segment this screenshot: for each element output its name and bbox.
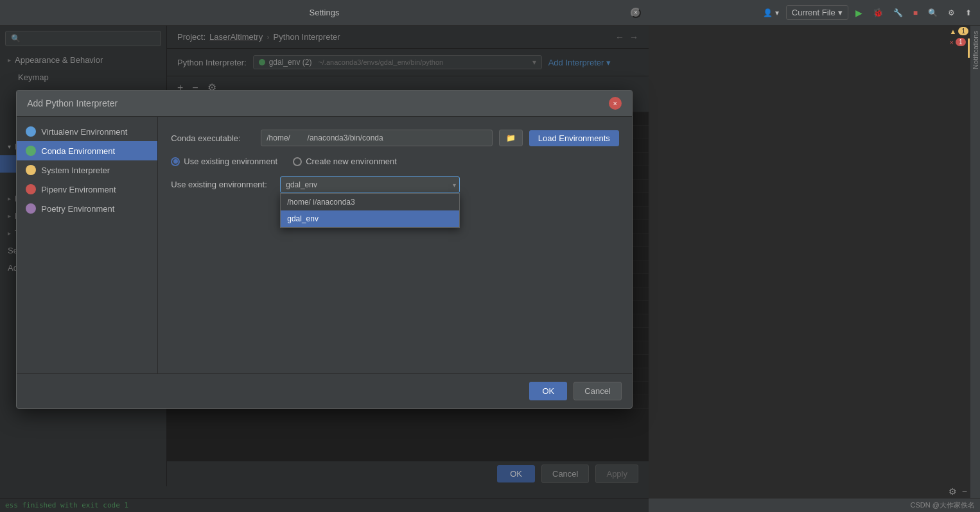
sidebar-item-poetry[interactable]: Poetry Environment: [17, 199, 157, 218]
env-select-label: Use existing environment:: [171, 176, 274, 189]
settings-title: Settings: [310, 8, 340, 17]
profile-btn[interactable]: 🔧: [890, 6, 906, 19]
current-file-label: Current File: [792, 8, 836, 17]
debug-btn[interactable]: 🐞: [870, 6, 886, 19]
run-btn[interactable]: ▶: [852, 6, 866, 20]
env-select-value: gdal_env: [286, 180, 317, 189]
stop-btn[interactable]: ■: [910, 6, 921, 19]
sidebar-item-label: Poetry Environment: [41, 204, 114, 214]
env-dropdown: /home/ i/anaconda3 gdal_env: [280, 193, 460, 228]
modal-cancel-btn[interactable]: Cancel: [573, 382, 621, 400]
use-existing-radio-circle: [171, 157, 180, 166]
sidebar-item-pipenv[interactable]: Pipenv Environment: [17, 180, 157, 199]
conda-icon: [26, 146, 36, 156]
sidebar-item-conda[interactable]: Conda Environment: [17, 141, 157, 160]
sidebar-item-label: Conda Environment: [41, 146, 115, 156]
env-dropdown-item-gdal[interactable]: gdal_env: [281, 210, 459, 227]
modal-overlay: Add Python Interpreter × Virtualenv Envi…: [0, 26, 649, 512]
notifications-label[interactable]: Notifications: [972, 31, 979, 69]
status-watermark: CSDN @大作家佚名: [911, 500, 975, 510]
modal-content: Conda executable: 📁 Load Environments Us…: [158, 117, 632, 373]
settings-gear-icon[interactable]: ⚙: [949, 486, 957, 497]
browse-btn[interactable]: 📁: [499, 130, 523, 146]
warning-badge: ▲1: [950, 27, 968, 35]
sidebar-item-system[interactable]: System Interpreter: [17, 160, 157, 180]
user-profile-btn[interactable]: 👤 ▾: [760, 6, 782, 19]
notifications-panel: Notifications: [970, 26, 980, 512]
settings-titlebar: Settings ×: [0, 0, 649, 26]
modal-header: Add Python Interpreter ×: [17, 90, 632, 117]
modal-body: Virtualenv Environment Conda Environment…: [17, 117, 632, 373]
error-badge: ×1: [950, 38, 968, 46]
conda-exec-label: Conda executable:: [171, 133, 254, 143]
search-btn[interactable]: 🔍: [925, 6, 941, 19]
system-icon: [26, 165, 36, 175]
modal-footer: OK Cancel: [17, 373, 632, 408]
gear-btn[interactable]: ⚙: [945, 6, 958, 19]
current-file-dropdown-icon: ▾: [838, 8, 843, 17]
create-new-radio-circle: [293, 157, 302, 166]
radio-group: Use existing environment Create new envi…: [171, 157, 619, 166]
sidebar-item-label: System Interpreter: [41, 166, 110, 175]
env-select-row: Use existing environment: gdal_env ▾ /ho…: [171, 176, 619, 193]
virtualenv-icon: [26, 126, 36, 137]
env-select-wrapper: gdal_env ▾ /home/ i/anaconda3 gdal_env: [280, 176, 460, 193]
minimize-icon[interactable]: −: [962, 486, 967, 497]
bottom-gear-area: ⚙ −: [949, 486, 967, 497]
env-dropdown-item-anaconda[interactable]: /home/ i/anaconda3: [281, 194, 459, 210]
ide-toolbar: 👤 ▾ Current File ▾ ▶ 🐞 🔧 ■ 🔍 ⚙ ⬆: [649, 0, 980, 26]
create-new-label: Create new environment: [306, 157, 397, 166]
current-file-btn[interactable]: Current File ▾: [786, 5, 848, 20]
modal-sidebar: Virtualenv Environment Conda Environment…: [17, 117, 158, 373]
update-btn[interactable]: ⬆: [962, 6, 975, 19]
add-interpreter-modal: Add Python Interpreter × Virtualenv Envi…: [16, 90, 633, 409]
poetry-icon: [26, 203, 36, 214]
modal-close-btn[interactable]: ×: [609, 97, 622, 110]
env-select-input[interactable]: gdal_env: [280, 176, 460, 193]
conda-executable-input[interactable]: [261, 130, 492, 146]
warning-stripe: [968, 38, 970, 58]
sidebar-item-label: Pipenv Environment: [41, 185, 116, 194]
pipenv-icon: [26, 184, 36, 194]
settings-close-btn[interactable]: ×: [631, 8, 641, 18]
notification-badges: ▲1 ×1: [950, 27, 968, 46]
load-environments-btn[interactable]: Load Environments: [529, 130, 619, 146]
use-existing-label: Use existing environment: [184, 157, 277, 166]
use-existing-radio[interactable]: Use existing environment: [171, 157, 277, 166]
create-new-radio[interactable]: Create new environment: [293, 157, 397, 166]
modal-title: Add Python Interpreter: [27, 98, 118, 108]
sidebar-item-virtualenv[interactable]: Virtualenv Environment: [17, 122, 157, 141]
modal-ok-btn[interactable]: OK: [529, 382, 567, 400]
sidebar-item-label: Virtualenv Environment: [41, 127, 127, 137]
conda-executable-row: Conda executable: 📁 Load Environments: [171, 130, 619, 146]
